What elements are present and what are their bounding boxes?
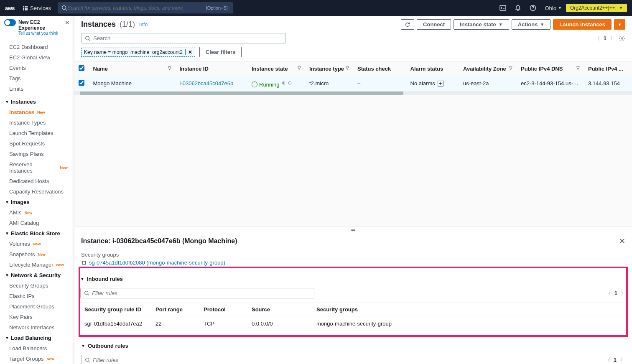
global-search-input[interactable] [67, 5, 204, 11]
next-page[interactable]: 〉 [621, 290, 626, 297]
actions-button[interactable]: Actions▼ [512, 19, 551, 30]
col-ip[interactable]: Public IPv4 ... [588, 66, 623, 72]
col-instance-state[interactable]: Instance state [252, 66, 288, 72]
sidebar-item[interactable]: EC2 Global View [0, 52, 74, 63]
sidebar-item[interactable]: Load Balancers [0, 343, 74, 354]
sidebar-item[interactable]: Events [0, 63, 74, 73]
instance-search[interactable] [81, 33, 286, 43]
col-port: Port range [151, 303, 199, 316]
sidebar-group-header[interactable]: ▼Images [0, 197, 74, 207]
sidebar-group-header[interactable]: ▼Network & Security [0, 270, 74, 280]
col-instance-id[interactable]: Instance ID [180, 66, 209, 72]
sidebar-item[interactable]: Launch Templates [0, 128, 74, 138]
close-detail-icon[interactable]: ✕ [619, 237, 625, 246]
cloudshell-icon[interactable] [495, 5, 510, 11]
zoom-in-icon[interactable]: ⊕ [282, 80, 285, 85]
inbound-filter[interactable] [80, 288, 314, 298]
sidebar-item[interactable]: SnapshotsNew [0, 249, 74, 260]
account-label: Org2Account2++|++. [570, 5, 617, 11]
sidebar-item[interactable]: Elastic IPs [0, 291, 74, 301]
sidebar-item[interactable]: Dedicated Hosts [0, 176, 74, 186]
cell-ip: 3.144.93.154 [584, 76, 632, 92]
select-all-checkbox[interactable] [79, 65, 84, 71]
grid-icon [23, 6, 28, 10]
sidebar-group-header[interactable]: ▼Instances [0, 97, 74, 107]
next-page[interactable]: 〉 [620, 356, 625, 364]
sidebar-item[interactable]: Key Pairs [0, 312, 74, 322]
aws-logo[interactable]: aws [5, 5, 15, 11]
col-instance-type[interactable]: Instance type [309, 66, 344, 72]
instance-state-button[interactable]: Instance state▼ [454, 19, 509, 30]
help-icon[interactable] [525, 5, 540, 11]
sidebar-group-header[interactable]: ▼Elastic Block Store [0, 228, 74, 239]
sidebar-item[interactable]: VolumesNew [0, 239, 74, 249]
refresh-button[interactable] [401, 19, 414, 30]
prev-page[interactable]: 〈 [606, 290, 611, 297]
new-badge: New [59, 165, 69, 170]
instance-count: (1/1) [120, 20, 135, 28]
sidebar-item[interactable]: Reserved InstancesNew [0, 159, 74, 176]
remove-filter-icon[interactable]: ✕ [185, 49, 192, 55]
prev-page[interactable]: 〈 [595, 35, 600, 42]
sidebar-item[interactable]: EC2 Dashboard [0, 42, 74, 52]
sidebar-item[interactable]: Capacity Reservations [0, 186, 74, 197]
sidebar-item[interactable]: Target GroupsNew [0, 354, 74, 364]
sidebar-item[interactable]: Instance Types [0, 117, 74, 128]
add-alarm-icon[interactable]: + [438, 81, 443, 87]
sidebar-item[interactable]: Spot Requests [0, 138, 74, 149]
experience-toggle[interactable] [4, 19, 16, 26]
clear-filters-button[interactable]: Clear filters [199, 47, 242, 57]
close-icon[interactable]: ✕ [65, 19, 70, 26]
services-menu[interactable]: Services [19, 5, 55, 11]
sidebar-item[interactable]: Network Interfaces [0, 322, 74, 333]
sidebar-item[interactable]: Limits [0, 84, 74, 94]
split-handle[interactable]: ═ [74, 227, 632, 232]
chevron-down-icon: ▼ [5, 99, 9, 104]
col-sg: Security groups [312, 303, 626, 316]
info-link[interactable]: Info [139, 22, 148, 28]
outbound-filter[interactable] [81, 355, 315, 364]
instance-search-input[interactable] [93, 35, 282, 41]
col-source: Source [247, 303, 312, 316]
filter-tag[interactable]: Key name = mongo_machine_org2account2 ✕ [81, 48, 195, 57]
svg-line-5 [89, 39, 91, 41]
region-selector[interactable]: Ohio ▼ [540, 5, 566, 11]
sidebar-group-header[interactable]: ▼Load Balancing [0, 333, 74, 343]
table-row: sgr-01dfba154ddaf7ea2 22 TCP 0.0.0.0/0 m… [80, 316, 626, 331]
col-alarm-status[interactable]: Alarm status [410, 66, 443, 72]
zoom-out-icon[interactable]: ⊖ [288, 80, 292, 85]
sidebar-item[interactable]: Tags [0, 73, 74, 84]
sidebar-item[interactable]: Security Groups [0, 280, 74, 291]
sidebar-item[interactable]: Savings Plans [0, 149, 74, 159]
account-menu[interactable]: Org2Account2++|++. ▼ [566, 4, 627, 12]
col-status-check[interactable]: Status check [357, 66, 391, 72]
copy-icon[interactable] [81, 260, 87, 265]
launch-instances-dropdown[interactable]: ▼ [614, 19, 625, 30]
col-az[interactable]: Availability Zone [463, 66, 506, 72]
sidebar-item[interactable]: AMI Catalog [0, 218, 74, 228]
sidebar-item[interactable]: Lifecycle ManagerNew [0, 260, 74, 270]
outbound-filter-input[interactable] [93, 357, 311, 363]
security-group-link[interactable]: sg-0745a1df1d0fb2080 (mongo-machine-secu… [81, 260, 625, 266]
next-page[interactable]: 〉 [610, 35, 615, 42]
prev-page[interactable]: 〈 [605, 356, 610, 364]
connect-button[interactable]: Connect [417, 19, 451, 30]
launch-instances-button[interactable]: Launch instances [553, 19, 612, 30]
settings-icon[interactable] [619, 35, 625, 42]
security-groups-label: Security groups [81, 252, 625, 258]
col-dns[interactable]: Public IPv4 DNS [521, 66, 563, 72]
horizontal-scrollbar[interactable] [74, 92, 632, 95]
notifications-icon[interactable] [510, 5, 525, 11]
global-search[interactable]: [Option+S] [58, 3, 233, 13]
sidebar-item[interactable]: Placement Groups [0, 301, 74, 312]
cell-instance-id[interactable]: i-03062bca45c047e6b [180, 80, 234, 87]
inbound-rules-header[interactable]: ▼ Inbound rules [80, 272, 626, 285]
sidebar-item[interactable]: InstancesNew [0, 107, 74, 117]
row-checkbox[interactable] [79, 80, 84, 86]
inbound-filter-input[interactable] [92, 290, 311, 296]
table-row[interactable]: Mongo Machine i-03062bca45c047e6b Runnin… [74, 76, 632, 92]
outbound-rules-header[interactable]: ▼ Outbound rules [81, 339, 625, 352]
experience-feedback-link[interactable]: Tell us what you think [18, 31, 65, 36]
col-name[interactable]: Name [93, 66, 108, 72]
sidebar-item[interactable]: AMIsNew [0, 207, 74, 218]
